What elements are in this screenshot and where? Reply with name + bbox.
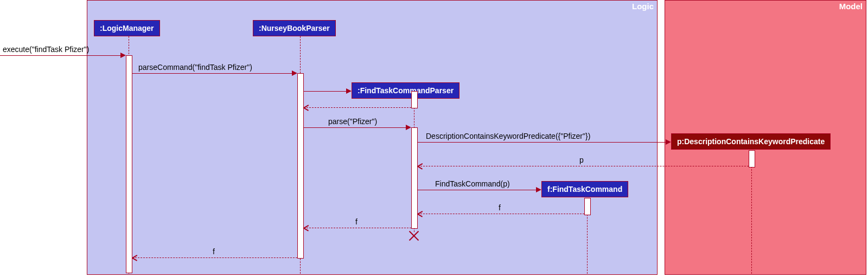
msg-execute: execute("findTask Pfizer")	[3, 45, 89, 54]
arrow-return-f2	[304, 228, 411, 228]
arrowhead-create-command	[536, 187, 541, 192]
activation-find-task-parser-1	[411, 91, 418, 108]
arrow-create-predicate	[418, 142, 666, 143]
participant-logic-manager: :LogicManager	[94, 20, 160, 36]
participant-predicate: p:DescriptionContainsKeywordPredicate	[671, 133, 831, 150]
arrow-return-f3	[132, 257, 297, 258]
participant-find-task-command-parser: :FindTaskCommandParser	[352, 82, 459, 99]
msg-parse: parse("Pfizer")	[328, 117, 377, 126]
msg-return-p: p	[579, 156, 584, 164]
arrow-return-p	[418, 166, 749, 166]
sequence-diagram: Logic Model :LogicManager :NurseyBookPar…	[0, 0, 868, 277]
participant-nursey-book-parser: :NurseyBookParser	[253, 20, 336, 36]
arrow-execute	[0, 55, 120, 56]
arrow-create-command	[418, 190, 536, 190]
activation-logic-manager	[126, 55, 132, 273]
activation-nursey-book-parser	[297, 73, 304, 259]
arrowhead-create-predicate	[666, 139, 671, 145]
arrowhead-parse-command	[292, 70, 297, 76]
arrow-parse	[304, 127, 406, 128]
frame-label-logic: Logic	[632, 2, 654, 11]
msg-return-f2: f	[355, 217, 358, 226]
activation-predicate	[749, 150, 755, 168]
lifeline-predicate	[751, 150, 752, 274]
destroy-parser-icon	[409, 230, 419, 241]
arrowhead-parse	[406, 125, 411, 130]
activation-find-task-parser-2	[411, 127, 418, 229]
frame-label-model: Model	[839, 2, 863, 11]
participant-find-task-command: f:FindTaskCommand	[541, 181, 628, 197]
arrowhead-execute	[120, 53, 126, 58]
msg-parse-command: parseCommand("findTask Pfizer")	[138, 63, 252, 72]
activation-find-task-command	[584, 198, 591, 215]
msg-return-f3: f	[213, 247, 215, 256]
arrow-return-create-parser	[304, 107, 411, 108]
arrow-parse-command	[132, 73, 292, 74]
msg-find-task-cmd-ctor: FindTaskCommand(p)	[435, 179, 510, 188]
msg-return-f1: f	[499, 203, 501, 212]
arrow-return-f1	[418, 214, 584, 214]
msg-predicate-ctor: DescriptionContainsKeywordPredicate({"Pf…	[426, 132, 590, 140]
arrowhead-create-parser	[346, 88, 352, 94]
arrow-create-parser	[304, 91, 346, 92]
